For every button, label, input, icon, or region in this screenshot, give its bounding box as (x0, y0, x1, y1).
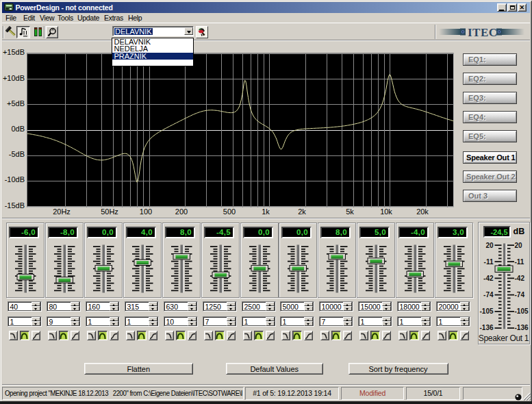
svg-text:ITEC: ITEC (468, 26, 498, 39)
